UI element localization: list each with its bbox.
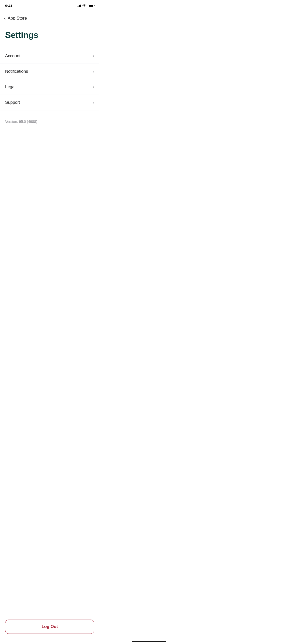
nav-bar: ‹ App Store	[0, 13, 99, 24]
wifi-icon	[82, 4, 86, 7]
status-icons	[77, 4, 94, 7]
chevron-right-icon: ›	[93, 69, 94, 74]
back-chevron-icon: ‹	[4, 16, 6, 21]
back-button[interactable]: ‹ App Store	[4, 16, 27, 21]
settings-item-legal-label: Legal	[5, 84, 16, 90]
chevron-right-icon: ›	[93, 53, 94, 58]
battery-icon	[88, 4, 94, 7]
settings-item-legal[interactable]: Legal ›	[0, 79, 99, 95]
status-bar: 9:41	[0, 0, 99, 13]
version-text: Version: 95.0 (4988)	[0, 114, 99, 129]
chevron-right-icon: ›	[93, 84, 94, 90]
status-time: 9:41	[5, 4, 12, 8]
settings-list: Account › Notifications › Legal › Suppor…	[0, 44, 99, 114]
settings-item-account-label: Account	[5, 53, 20, 58]
page-title-container: Settings	[0, 24, 99, 44]
chevron-right-icon: ›	[93, 100, 94, 105]
settings-item-support-label: Support	[5, 100, 20, 105]
settings-item-support[interactable]: Support ›	[0, 95, 99, 110]
signal-icon	[77, 4, 81, 7]
settings-item-notifications[interactable]: Notifications ›	[0, 64, 99, 79]
settings-item-account[interactable]: Account ›	[0, 48, 99, 64]
settings-item-notifications-label: Notifications	[5, 69, 28, 74]
back-label: App Store	[8, 16, 27, 21]
page-title: Settings	[5, 30, 94, 40]
